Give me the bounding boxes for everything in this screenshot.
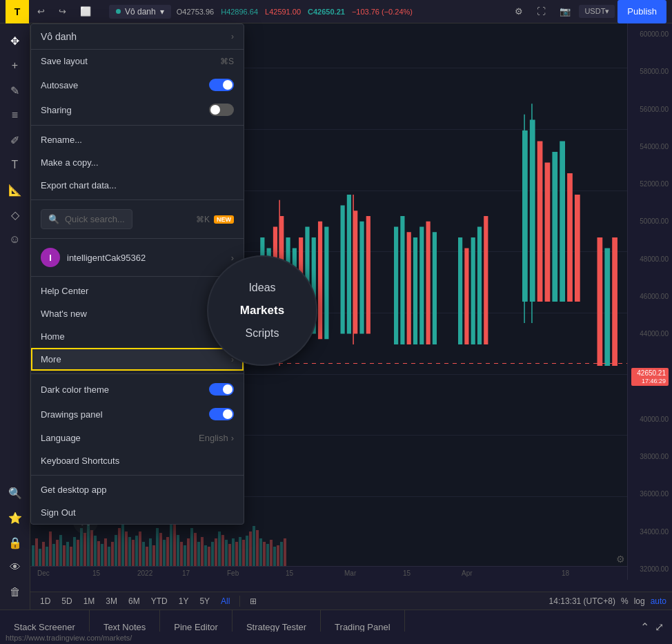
menu-item-export[interactable]: Export chart data... — [31, 174, 244, 197]
price-label-50000: 50000.00 — [631, 217, 669, 225]
price-label-60000: 60000.00 — [631, 30, 669, 38]
divider-1 — [31, 125, 244, 126]
chart-settings-icon[interactable]: ⚙ — [616, 554, 625, 565]
price-label-52000: 52000.00 — [631, 180, 669, 188]
sidebar-icon-shapes[interactable]: ◇ — [3, 203, 27, 226]
top-bar-right: ⚙ ⛶ 📷 USDT▾ Publish — [509, 0, 672, 23]
svg-rect-60 — [560, 142, 565, 302]
time-label-18: 18 — [562, 569, 569, 577]
svg-rect-51 — [464, 248, 468, 345]
menu-item-language[interactable]: Language English › — [31, 427, 244, 449]
menu-item-rename[interactable]: Rename... — [31, 128, 244, 151]
fullscreen-button[interactable]: ⛶ — [531, 3, 551, 19]
undo-icon: ↩ — [37, 6, 45, 17]
svg-rect-46 — [413, 237, 417, 344]
time-scale: Dec 15 2022 17 Feb 15 Mar 15 Apr 18 — [30, 566, 627, 580]
timeframe-6m[interactable]: 6M — [124, 595, 144, 607]
circle-item-scripts[interactable]: Scripts — [208, 324, 316, 342]
search-box[interactable]: 🔍 Quick search... — [41, 209, 132, 229]
undo-button[interactable]: ↩ — [32, 3, 50, 19]
menu-item-desktop-app[interactable]: Get desktop app — [31, 478, 244, 501]
timeframe-5d[interactable]: 5D — [57, 595, 76, 607]
sidebar-icon-measure[interactable]: 📐 — [3, 178, 27, 202]
menu-item-autosave[interactable]: Autosave — [31, 72, 244, 97]
timeframe-5y[interactable]: 5Y — [195, 595, 214, 607]
symbol-name-box[interactable]: Vô danh ▾ — [109, 5, 171, 19]
timeframe-1y[interactable]: 1Y — [175, 595, 193, 607]
circle-item-markets[interactable]: Markets — [208, 301, 316, 320]
menu-item-keyboard-shortcuts[interactable]: Keyboard Shortcuts — [31, 449, 244, 472]
sidebar-icon-star[interactable]: ⭐ — [3, 506, 27, 529]
circle-item-ideas[interactable]: Ideas — [208, 279, 316, 297]
publish-button[interactable]: Publish — [617, 0, 666, 23]
svg-rect-53 — [477, 227, 482, 345]
high-price: H42896.64 — [221, 8, 258, 16]
sidebar-icon-pencil[interactable]: ✎ — [3, 79, 27, 102]
url-display: https://www.tradingview.com/markets/ — [6, 634, 132, 642]
menu-item-sharing[interactable]: Sharing — [31, 97, 244, 122]
timeframe-1d[interactable]: 1D — [36, 595, 55, 607]
svg-rect-45 — [407, 232, 411, 344]
timeframe-1m[interactable]: 1M — [79, 595, 99, 607]
export-label: Export chart data... — [41, 180, 117, 191]
sidebar-icon-lines[interactable]: ≡ — [3, 104, 27, 127]
sidebar-icon-lock[interactable]: 🔒 — [3, 531, 27, 554]
screenshot-button[interactable]: 📷 — [554, 3, 576, 19]
svg-rect-39 — [347, 195, 351, 334]
dark-theme-toggle[interactable] — [209, 383, 234, 396]
svg-rect-63 — [597, 237, 603, 366]
menu-item-dark-theme[interactable]: Dark color theme — [31, 377, 244, 402]
time-label-dec: Dec — [37, 569, 50, 577]
home-label: Home — [41, 331, 65, 342]
log-button[interactable]: log — [634, 596, 645, 606]
redo-icon: ↪ — [59, 6, 66, 17]
menu-item-sign-out[interactable]: Sign Out — [31, 501, 244, 524]
compare-button[interactable]: ⊞ — [246, 595, 261, 607]
sidebar-icon-trash[interactable]: 🗑 — [3, 580, 27, 604]
sidebar-icon-emoji[interactable]: ☺ — [3, 228, 27, 251]
auto-button[interactable]: auto — [651, 596, 666, 606]
timeframe-all[interactable]: All — [217, 595, 234, 607]
svg-rect-50 — [458, 237, 462, 344]
sidebar-icon-cursor[interactable]: ✥ — [3, 29, 27, 52]
sharing-toggle[interactable] — [209, 104, 234, 116]
svg-rect-36 — [318, 222, 322, 340]
redo-button[interactable]: ↪ — [53, 3, 72, 19]
timeframe-ytd[interactable]: YTD — [147, 595, 172, 607]
live-dot — [116, 9, 121, 14]
sidebar-icon-zoom[interactable]: 🔍 — [3, 481, 27, 505]
symbol-dropdown-icon: ▾ — [160, 7, 164, 17]
low-price: L42591.00 — [265, 8, 301, 16]
svg-rect-52 — [471, 237, 475, 344]
currency-badge[interactable]: USDT▾ — [579, 5, 615, 18]
menu-item-drawings-panel[interactable]: Drawings panel — [31, 402, 244, 427]
sidebar-icon-eye[interactable]: 👁 — [3, 556, 27, 579]
menu-header[interactable]: Vô danh › — [31, 24, 244, 50]
svg-rect-62 — [575, 195, 580, 302]
sidebar-icon-text[interactable]: T — [3, 153, 27, 177]
price-label-40000: 40000.00 — [631, 416, 669, 423]
price-label-32000: 32000.00 — [631, 565, 669, 573]
menu-title: Vô danh — [41, 31, 77, 42]
menu-item-save-layout[interactable]: Save layout ⌘S — [31, 50, 244, 72]
sidebar-icon-draw[interactable]: ✐ — [3, 128, 27, 152]
sign-out-label: Sign Out — [41, 507, 76, 518]
language-label: Language — [41, 433, 81, 443]
logo[interactable]: T — [6, 0, 29, 23]
autosave-toggle[interactable] — [209, 79, 234, 91]
price-label-44000: 44000.00 — [631, 330, 669, 338]
chart-settings-button[interactable]: ⚙ — [509, 3, 528, 19]
menu-item-quick-search[interactable]: 🔍 Quick search... ⌘K NEW — [31, 203, 244, 235]
sidebar-icon-plus[interactable]: + — [3, 54, 27, 77]
save-shortcut: ⌘S — [220, 57, 234, 66]
settings-icon: ⚙ — [515, 6, 523, 17]
layout-button[interactable]: ⬜ — [75, 3, 97, 19]
timeframe-3m[interactable]: 3M — [101, 595, 121, 607]
svg-rect-37 — [324, 227, 328, 340]
price-label-48000: 48000.00 — [631, 255, 669, 263]
drawings-panel-toggle[interactable] — [209, 408, 234, 420]
menu-item-make-copy[interactable]: Make a copy... — [31, 151, 244, 174]
symbol-label: Vô danh — [125, 7, 156, 17]
price-info: O42753.96 H42896.64 L42591.00 C42650.21 … — [177, 8, 413, 16]
time-label-mar: Mar — [344, 569, 356, 577]
